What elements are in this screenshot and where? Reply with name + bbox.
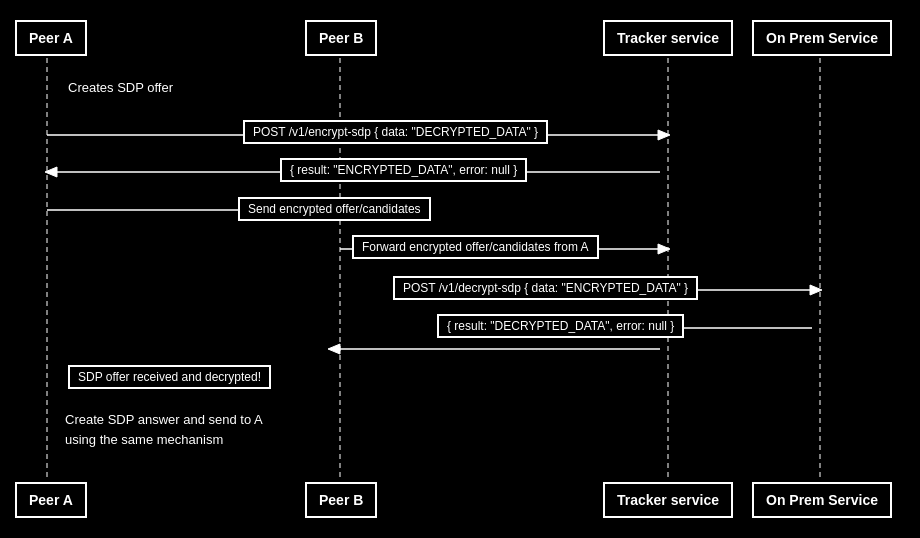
actor-peer-a-bottom: Peer A [15, 482, 87, 518]
post-encrypt-label: POST /v1/encrypt-sdp { data: "DECRYPTED_… [243, 120, 548, 144]
sequence-diagram: Peer A Peer B Tracker service On Prem Se… [0, 0, 920, 538]
create-answer-note: Create SDP answer and send to Ausing the… [65, 410, 263, 449]
actor-peer-a-top: Peer A [15, 20, 87, 56]
result-encrypted-label: { result: "ENCRYPTED_DATA", error: null … [280, 158, 527, 182]
svg-marker-11 [658, 244, 670, 254]
actor-tracker-bottom: Tracker service [603, 482, 733, 518]
post-decrypt-label: POST /v1/decrypt-sdp { data: "ENCRYPTED_… [393, 276, 698, 300]
actor-onprem-top: On Prem Service [752, 20, 892, 56]
sdp-offer-received-note: SDP offer received and decrypted! [68, 365, 271, 389]
actor-peer-b-top: Peer B [305, 20, 377, 56]
actor-onprem-bottom: On Prem Service [752, 482, 892, 518]
svg-marker-17 [328, 344, 340, 354]
actor-peer-b-bottom: Peer B [305, 482, 377, 518]
actor-tracker-top: Tracker service [603, 20, 733, 56]
creates-sdp-note: Creates SDP offer [68, 80, 173, 95]
forward-encrypted-label: Forward encrypted offer/candidates from … [352, 235, 599, 259]
result-decrypted-label: { result: "DECRYPTED_DATA", error: null … [437, 314, 684, 338]
send-encrypted-label: Send encrypted offer/candidates [238, 197, 431, 221]
